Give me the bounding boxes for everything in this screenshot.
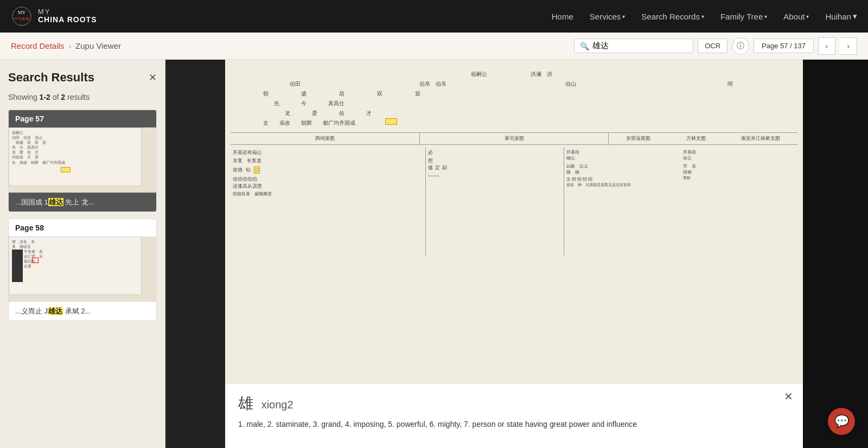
card-header-57: Page 57 [9,110,156,127]
toolbar: 🔍 OCR ⓘ Page 57 / 137 ‹ › [574,37,857,55]
nav-family-tree[interactable]: Family Tree ▾ [720,12,767,21]
result-card-page-57[interactable]: Page 57 祖嗣公 伯田 伯帛 伯山 朝盛 昌 双 迎 先 今 真高仕 龙 … [8,110,157,212]
next-page-button[interactable]: › [840,37,857,55]
page-indicator: Page 57 / 137 [754,39,814,53]
card-caption-58: ...义而止 J雄达 承斌 2... [9,302,156,321]
breadcrumb: Record Details › Zupu Viewer [11,41,121,50]
right-dark-strip [803,60,868,448]
book-pages: 祖嗣公 洪澜 洪 伯田 伯帛 伯帛 伯山 明 朝 盛 昌 [225,60,803,448]
caption-suffix-58: 承斌 2... [63,307,91,315]
logo-icon: MY 中华家根 [11,5,33,27]
svg-text:中华家根: 中华家根 [14,17,29,21]
tree-node-bai3: 伯山 [565,80,576,88]
of-text: of [50,93,61,101]
navbar: MY 中华家根 MY CHINA ROOTS Home Services ▾ S… [0,0,868,33]
info-button[interactable]: ⓘ [732,37,749,55]
nav-home[interactable]: Home [552,12,573,21]
section-dongying: 东荣庙尾图 [626,135,650,142]
definition-pinyin: xiong2 [261,399,293,411]
caption-highlight-57: 雄达 [48,198,63,206]
info-icon: ⓘ [737,41,744,51]
book-spread: 祖嗣公 洪澜 洪 伯田 伯帛 伯帛 伯山 明 朝 盛 昌 [165,60,868,448]
logo-text: MY CHINA ROOTS [38,8,97,24]
definition-title: 雄 xiong2 [238,393,790,414]
highlight-box-58 [32,258,39,263]
breadcrumb-record-details[interactable]: Record Details [11,41,64,50]
brand-my: MY [38,8,97,16]
tree-node-bai1: 伯田 [290,80,301,88]
nav-search-records-label: Search Records [641,12,700,21]
nav-user-label: Huihan [825,12,851,21]
tree-node-bai2: 伯帛 伯帛 [419,80,446,88]
tree-node-bai4: 明 [717,80,738,88]
definition-chinese[interactable]: 雄 [238,395,253,412]
breadcrumb-bar: Record Details › Zupu Viewer 🔍 OCR ⓘ Pag… [0,33,868,60]
tree-node-xian: 先 [274,100,279,107]
main-content: Search Results ✕ Showing 1-2 of 2 result… [0,60,868,448]
highlight-box-57 [61,167,71,172]
ocr-button[interactable]: OCR [698,39,727,53]
nav-about-arrow: ▾ [806,14,809,20]
result-card-page-58[interactable]: Page 58 绪 贞名 名 复 德仙宝 中名俊 名 达仁贤 从 德元阶 众复 [8,219,157,321]
tree-node-miao: 庙改 [279,119,290,127]
card-thumbnail-58: 绪 贞名 名 复 德仙宝 中名俊 名 达仁贤 从 德元阶 众复 [9,236,156,302]
tree-node-zhengao: 真高仕 [328,100,344,107]
sidebar-close-button[interactable]: ✕ [149,72,157,84]
nav-search-records-arrow: ▾ [701,14,704,20]
nav-links: Home Services ▾ Search Records ▾ Family … [552,11,857,21]
total-count: 2 [61,93,65,101]
tree-node-dugj: 都广均齐国成 [323,119,355,127]
sidebar-header: Search Results ✕ [8,71,157,85]
tree-node-you: 佑 [339,110,344,117]
svg-text:MY: MY [18,10,26,15]
nav-services-arrow: ▾ [622,14,625,20]
nav-user[interactable]: Huihan ▾ [825,11,857,21]
breadcrumb-separator: › [68,42,71,50]
sidebar-count: Showing 1-2 of 2 results [8,93,157,101]
sidebar: Search Results ✕ Showing 1-2 of 2 result… [0,60,165,448]
tree-node-ying: 迎 [415,90,420,98]
sidebar-title: Search Results [8,71,94,85]
nav-about[interactable]: About ▾ [783,12,809,21]
chat-button[interactable]: 💬 [828,408,855,435]
result-suffix: results [65,93,90,101]
nav-user-arrow: ▾ [853,11,857,21]
brand: MY 中华家根 MY CHINA ROOTS [11,5,97,27]
caption-suffix-57: 先上 龙... [63,198,94,206]
tree-node-chao2: 盛 [301,90,307,98]
search-box: 🔍 [574,39,693,53]
card-caption-57: ...国国成 1雄达 先上 龙... [9,193,156,212]
nav-family-tree-arrow: ▾ [764,14,767,20]
nav-services[interactable]: Services ▾ [590,12,626,21]
main-highlight-box [385,118,397,125]
tree-node-top1: 祖嗣公 [471,71,487,78]
tree-node-nu: 女 [263,119,269,127]
caption-prefix-57: ...国国成 1 [15,198,48,206]
section-huangzhai: 黄宅派图 [505,136,524,141]
brand-china-roots: CHINA ROOTS [38,16,97,24]
tree-node-top2: 洪澜 洪 [531,71,558,78]
prev-page-button[interactable]: ‹ [818,37,835,55]
chat-icon: 💬 [834,414,849,428]
tree-node-cai: 才 [366,110,372,117]
card-header-58: Page 58 [9,219,156,236]
card-thumbnail-57: 祖嗣公 伯田 伯帛 伯山 朝盛 昌 双 迎 先 今 真高仕 龙 爱 佑 才 功祖… [9,127,156,193]
nav-services-label: Services [590,12,621,21]
search-icon: 🔍 [580,42,589,50]
thumb-inner-58: 绪 贞名 名 复 德仙宝 中名俊 名 达仁贤 从 德元阶 众复 [9,236,142,295]
section-fanglin: 方林支图 [686,135,706,142]
section-liangci: 两祠派图 [315,136,335,141]
viewer-area[interactable]: 祖嗣公 洪澜 洪 伯田 伯帛 伯帛 伯山 明 朝 盛 昌 [165,60,868,448]
definition-close-button[interactable]: ✕ [784,390,793,403]
nav-search-records[interactable]: Search Records ▾ [641,12,704,21]
breadcrumb-current: Zupu Viewer [75,41,121,50]
nav-family-tree-label: Family Tree [720,12,763,21]
search-input[interactable] [592,41,679,50]
tree-node-jin: 今 [301,100,307,107]
showing-prefix: Showing [8,93,40,101]
showing-range: 1-2 [40,93,50,101]
definition-popup: ✕ 雄 xiong2 1. male, 2. staminate, 3. gra… [225,383,803,448]
tree-node-shuang: 双 [377,90,382,98]
thumb-inner-57: 祖嗣公 伯田 伯帛 伯山 朝盛 昌 双 迎 先 今 真高仕 龙 爱 佑 才 功祖… [9,127,142,186]
tree-node-chao1: 朝 [263,90,269,98]
